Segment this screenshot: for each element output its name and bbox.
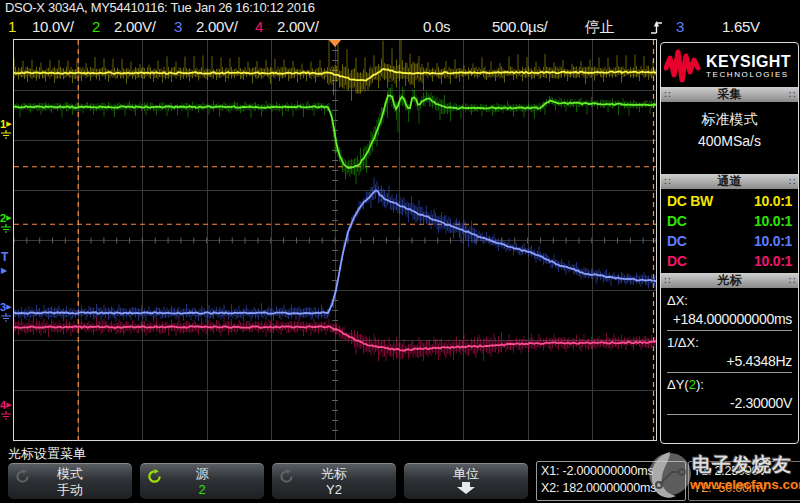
softkey-mode[interactable]: 模式 手动 bbox=[8, 463, 132, 499]
ch4-probe: 10.0:1 bbox=[754, 251, 792, 271]
keysight-wave-icon bbox=[664, 48, 702, 84]
softkey-units-label: 单位 bbox=[404, 466, 528, 482]
ch2-scale[interactable]: 2.00V/ bbox=[114, 18, 156, 36]
timebase[interactable]: 500.0µs/ bbox=[492, 18, 547, 36]
waveform-display bbox=[13, 39, 657, 441]
ch4-scale[interactable]: 2.00V/ bbox=[277, 18, 319, 36]
y1-value: Y1: 2.25000V bbox=[693, 463, 799, 480]
rotate-knob-icon bbox=[147, 469, 162, 484]
ch4-coupling: DC bbox=[667, 251, 687, 271]
trigger-source[interactable]: 3 bbox=[676, 18, 684, 36]
acquisition-section-header[interactable]: ∷ 采集 ∷ bbox=[661, 87, 798, 102]
ch3-scale[interactable]: 2.00V/ bbox=[196, 18, 238, 36]
grip-icon: ∷ bbox=[664, 87, 670, 102]
ch3-ground-marker[interactable]: 3▶ bbox=[0, 301, 13, 323]
softkey-source[interactable]: 源 2 bbox=[140, 463, 264, 499]
softkey-cursor-value: Y2 bbox=[272, 482, 396, 497]
inv-delta-x-value: +5.4348Hz bbox=[667, 352, 792, 370]
ch2-settings-row: DC 10.0:1 bbox=[661, 211, 798, 231]
grip-icon: ∷ bbox=[664, 273, 670, 288]
x2-value: X2: 182.00000000ms bbox=[541, 480, 681, 497]
info-sidebar: KEYSIGHT TECHNOLOGIES ∷ 采集 ∷ 标准模式 400MSa… bbox=[660, 42, 799, 444]
ch3-settings-row: DC 10.0:1 bbox=[661, 231, 798, 251]
channels-title: 通道 bbox=[718, 174, 742, 188]
keysight-logo: KEYSIGHT TECHNOLOGIES bbox=[661, 43, 798, 87]
ground-icon bbox=[0, 130, 12, 139]
brand-subtitle: TECHNOLOGIES bbox=[706, 70, 791, 79]
divider bbox=[667, 414, 792, 415]
ch1-coupling: DC BW bbox=[667, 191, 713, 211]
brand-name: KEYSIGHT bbox=[706, 54, 791, 70]
instrument-title: DSO-X 3034A, MY54410116: Tue Jan 26 16:1… bbox=[5, 0, 315, 15]
ground-icon bbox=[0, 313, 12, 322]
grip-icon: ∷ bbox=[789, 87, 795, 102]
x1-value: X1: -2.000000000ms bbox=[541, 463, 681, 480]
softkey-units[interactable]: 单位 bbox=[404, 463, 528, 499]
ch2-probe: 10.0:1 bbox=[754, 211, 792, 231]
right-arrow-icon: ▶ bbox=[6, 120, 11, 127]
ch4-ground-marker[interactable]: 4▶ bbox=[0, 399, 13, 421]
delta-y-label: ΔY(2): bbox=[667, 376, 792, 394]
right-arrow-icon: ▶ bbox=[6, 401, 11, 408]
acquisition-info: 标准模式 400MSa/s bbox=[661, 102, 798, 174]
cursors-section-header[interactable]: ∷ 光标 ∷ bbox=[661, 273, 798, 288]
right-arrow-icon: ▶ bbox=[1, 265, 13, 276]
ground-icon bbox=[0, 224, 12, 233]
ground-icon bbox=[0, 411, 12, 420]
ch1-scale[interactable]: 10.0V/ bbox=[32, 18, 74, 36]
ch2-ground-marker[interactable]: 2▶ bbox=[0, 212, 13, 234]
softkey-cursor[interactable]: 光标 Y2 bbox=[272, 463, 396, 499]
delta-x-label: ΔX: bbox=[667, 292, 792, 310]
grip-icon: ∷ bbox=[664, 174, 670, 189]
acquisition-title: 采集 bbox=[718, 87, 742, 101]
edge-trigger-icon bbox=[650, 20, 663, 35]
x-cursor-readout: X1: -2.000000000ms X2: 182.00000000ms bbox=[536, 461, 686, 501]
ch1-number[interactable]: 1 bbox=[8, 18, 16, 36]
sample-rate: 400MSa/s bbox=[661, 130, 798, 152]
ch1-ground-marker[interactable]: 1▶ bbox=[0, 118, 13, 140]
status-bar: 1 10.0V/ 2 2.00V/ 3 2.00V/ 4 2.00V/ 0.0s… bbox=[0, 15, 800, 39]
ch3-probe: 10.0:1 bbox=[754, 231, 792, 251]
softkey-source-value: 2 bbox=[140, 482, 264, 497]
y2-value: Y2: -50.00mV bbox=[693, 480, 799, 497]
delta-y-source: 2 bbox=[689, 377, 696, 392]
ch1-probe: 10.0:1 bbox=[754, 191, 792, 211]
divider bbox=[667, 330, 792, 331]
time-offset: 0.0s bbox=[423, 18, 450, 36]
ch4-settings-row: DC 10.0:1 bbox=[661, 251, 798, 271]
rotate-knob-icon bbox=[279, 469, 294, 484]
trigger-level[interactable]: 1.65V bbox=[722, 18, 760, 36]
y-cursor-readout: Y1: 2.25000V Y2: -50.00mV bbox=[688, 461, 800, 501]
right-arrow-icon: ▶ bbox=[6, 214, 11, 221]
oscilloscope-screen: DSO-X 3034A, MY54410116: Tue Jan 26 16:1… bbox=[0, 0, 800, 503]
ch4-number[interactable]: 4 bbox=[255, 18, 263, 36]
run-state: 停止 bbox=[585, 18, 614, 36]
acquisition-mode: 标准模式 bbox=[661, 108, 798, 130]
grip-icon: ∷ bbox=[789, 273, 795, 288]
delta-y-value: -2.30000V bbox=[667, 394, 792, 412]
channel-settings-list: DC BW 10.0:1 DC 10.0:1 DC 10.0:1 DC 10.0… bbox=[661, 189, 798, 273]
right-arrow-icon: ▶ bbox=[6, 303, 11, 310]
grip-icon: ∷ bbox=[789, 174, 795, 189]
ch2-coupling: DC bbox=[667, 211, 687, 231]
cursor-readouts: ΔX: +184.000000000ms 1/ΔX: +5.4348Hz ΔY(… bbox=[661, 288, 798, 415]
ch2-number[interactable]: 2 bbox=[92, 18, 100, 36]
waveform-canvas[interactable] bbox=[14, 40, 656, 440]
ch3-coupling: DC bbox=[667, 231, 687, 251]
inv-delta-x-label: 1/ΔX: bbox=[667, 334, 792, 352]
rotate-knob-icon bbox=[15, 469, 30, 484]
delta-x-value: +184.000000000ms bbox=[667, 310, 792, 328]
trigger-level-marker[interactable]: T ▶ bbox=[1, 252, 13, 276]
ch1-settings-row: DC BW 10.0:1 bbox=[661, 191, 798, 211]
channels-section-header[interactable]: ∷ 通道 ∷ bbox=[661, 174, 798, 189]
menu-title: 光标设置菜单 bbox=[8, 445, 86, 463]
arrow-down-icon bbox=[404, 482, 528, 497]
softkey-mode-value: 手动 bbox=[8, 482, 132, 497]
trigger-marker-label: T bbox=[1, 252, 13, 263]
ch3-number[interactable]: 3 bbox=[174, 18, 182, 36]
cursors-title: 光标 bbox=[718, 273, 742, 287]
divider bbox=[667, 372, 792, 373]
